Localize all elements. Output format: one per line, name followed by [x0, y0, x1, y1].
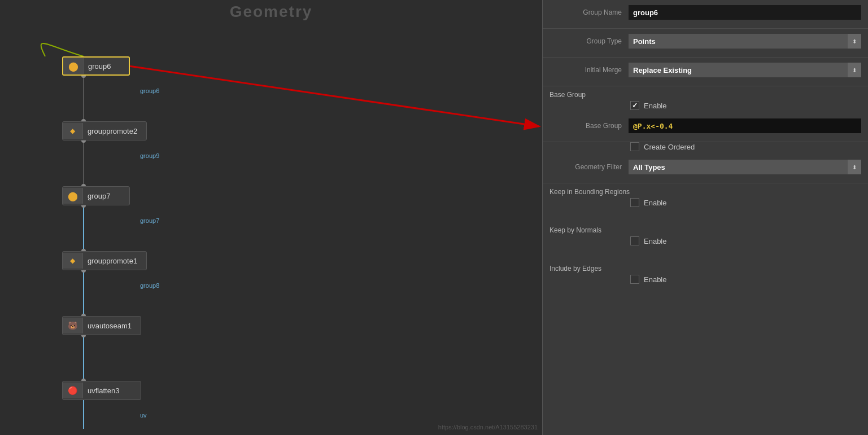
group-name-label: Group Name [549, 8, 629, 16]
include-edges-enable-checkbox[interactable] [630, 275, 639, 284]
base-group-input-label: Base Group [549, 122, 629, 130]
geometry-filter-value: All Types ⬍ [629, 160, 861, 174]
node-uvflatten3[interactable]: 🔴 uvflatten3 [62, 381, 141, 400]
node-uvflatten3-label: uvflatten3 [83, 386, 124, 395]
initial-merge-label: Initial Merge [549, 66, 629, 74]
include-edges-enable-row: Enable [543, 275, 868, 284]
initial-merge-value: Replace Existing ⬍ [629, 63, 861, 77]
include-edges-enable-label: Enable [644, 275, 666, 284]
keep-bounding-enable-row: Enable [543, 198, 868, 207]
node-uvflatten3-icon: 🔴 [63, 383, 83, 398]
group-name-input[interactable] [629, 5, 861, 20]
node-uvautoseam1-icon: 🐻 [63, 318, 83, 333]
keep-normals-section-header: Keep by Normals [543, 222, 868, 236]
node-uvautoseam1[interactable]: 🐻 uvautoseam1 [62, 316, 141, 335]
create-ordered-row: Create Ordered [543, 142, 868, 151]
node-grouppromote1[interactable]: ◆ grouppromote1 [62, 251, 147, 270]
geometry-filter-label: Geometry Filter [549, 163, 629, 171]
base-group-enable-checkbox[interactable]: ✓ [630, 101, 639, 110]
group-type-arrow-icon: ⬍ [848, 34, 861, 49]
node-graph-panel: Geometry [0, 0, 542, 435]
properties-panel: Group Name Group Type Points ⬍ Initial M… [542, 0, 868, 435]
node-group6-label: group6 [84, 62, 115, 71]
node-group6[interactable]: ⬤ group6 [62, 56, 130, 76]
group-type-value: Points ⬍ [629, 34, 861, 49]
node-grouppromote1-sublabel: group8 [140, 282, 159, 289]
geometry-filter-section: Geometry Filter All Types ⬍ [543, 155, 868, 183]
geometry-filter-select[interactable]: All Types ⬍ [629, 160, 861, 174]
group-name-value [629, 5, 861, 20]
keep-normals-enable-label: Enable [644, 237, 666, 245]
node-uvautoseam1-label: uvautoseam1 [83, 322, 136, 330]
initial-merge-row: Initial Merge Replace Existing ⬍ [549, 62, 861, 78]
base-group-enable-row: ✓ Enable [543, 101, 868, 110]
initial-merge-arrow-icon: ⬍ [848, 63, 861, 77]
base-group-section-header: Base Group [543, 86, 868, 101]
node-group6-icon: ⬤ [63, 58, 84, 74]
group-type-row: Group Type Points ⬍ [549, 33, 861, 49]
base-group-input-section: Base Group [543, 113, 868, 142]
node-group6-sublabel: group6 [140, 87, 159, 94]
include-edges-section-header: Include by Edges [543, 260, 868, 275]
group-type-label: Group Type [549, 37, 629, 45]
group-type-select[interactable]: Points ⬍ [629, 34, 861, 49]
node-grouppromote2-sublabel: group9 [140, 152, 159, 159]
node-grouppromote1-label: grouppromote1 [83, 257, 142, 265]
create-ordered-checkbox[interactable] [630, 142, 639, 151]
base-group-input-row: Base Group [549, 118, 861, 134]
node-uvflatten3-sublabel: uv [140, 412, 147, 419]
node-grouppromote2-label: grouppromote2 [83, 127, 142, 135]
keep-bounding-section-header: Keep in Bounding Regions [543, 183, 868, 198]
keep-bounding-enable-checkbox[interactable] [630, 198, 639, 207]
initial-merge-select-label: Replace Existing [629, 66, 848, 74]
node-grouppromote1-icon: ◆ [63, 253, 83, 269]
watermark-text: https://blog.csdn.net/A13155283231 [438, 424, 538, 430]
geometry-filter-arrow-icon: ⬍ [848, 160, 861, 174]
keep-normals-enable-checkbox[interactable] [630, 236, 639, 245]
node-group7-sublabel: group7 [140, 217, 159, 224]
group-type-select-label: Points [629, 37, 848, 46]
node-group7-icon: ⬤ [63, 188, 83, 204]
group-name-section: Group Name [543, 0, 868, 29]
node-group7[interactable]: ⬤ group7 [62, 186, 130, 205]
initial-merge-select[interactable]: Replace Existing ⬍ [629, 63, 861, 77]
svg-line-17 [129, 66, 539, 126]
page-title: Geometry [230, 3, 313, 21]
keep-normals-enable-row: Enable [543, 236, 868, 245]
node-grouppromote2[interactable]: ◆ grouppromote2 [62, 121, 147, 140]
group-type-section: Group Type Points ⬍ [543, 29, 868, 58]
node-group7-label: group7 [83, 192, 115, 200]
base-group-input[interactable] [629, 118, 861, 133]
initial-merge-section: Initial Merge Replace Existing ⬍ [543, 58, 868, 86]
base-group-enable-label: Enable [644, 102, 666, 110]
geometry-filter-row: Geometry Filter All Types ⬍ [549, 159, 861, 175]
base-group-input-value [629, 118, 861, 133]
keep-bounding-enable-label: Enable [644, 199, 666, 207]
create-ordered-label: Create Ordered [644, 143, 695, 151]
node-grouppromote2-icon: ◆ [63, 123, 83, 139]
group-name-row: Group Name [549, 5, 861, 20]
geometry-filter-select-label: All Types [629, 163, 848, 172]
